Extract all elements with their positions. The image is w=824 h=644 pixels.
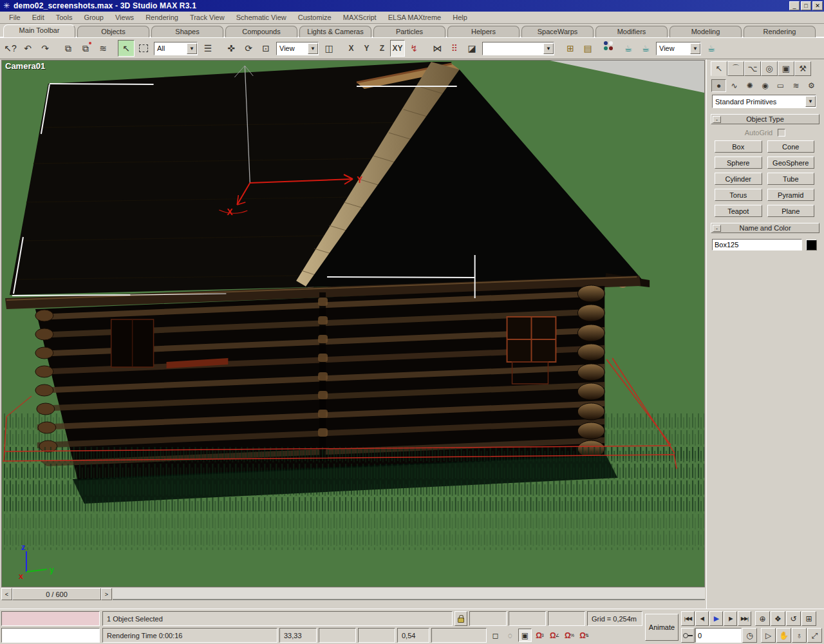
- chevron-down-icon[interactable]: ▼: [805, 96, 816, 107]
- tab-lights-cameras[interactable]: Lights & Cameras: [299, 26, 371, 37]
- menu-elsa-maxtreme[interactable]: ELSA MAXtreme: [382, 12, 447, 23]
- crossing-selection-icon[interactable]: ◻: [489, 629, 502, 642]
- orbit-camera-icon[interactable]: ♁: [792, 628, 807, 643]
- zoom-icon[interactable]: ⊕: [755, 611, 770, 626]
- render-type-combo[interactable]: View ▼: [656, 42, 701, 55]
- next-frame-button[interactable]: |▶: [724, 611, 737, 626]
- time-slider-thumb[interactable]: 0 / 600: [12, 588, 101, 600]
- named-selection-sets-combo[interactable]: ▼: [482, 42, 554, 55]
- go-to-start-button[interactable]: |◀◀: [681, 611, 695, 626]
- camera-viewport[interactable]: Y X: [1, 60, 705, 587]
- arc-rotate-icon[interactable]: ↺: [786, 611, 801, 626]
- time-slider-track[interactable]: [113, 588, 705, 600]
- menu-help[interactable]: Help: [447, 12, 473, 23]
- select-and-link-icon[interactable]: ⧉: [60, 40, 77, 57]
- create-tab[interactable]: ↖: [711, 61, 727, 76]
- menu-maxscript[interactable]: MAXScript: [337, 12, 382, 23]
- tab-helpers[interactable]: Helpers: [447, 26, 520, 37]
- listener-input-field[interactable]: [1, 628, 100, 643]
- menu-customize[interactable]: Customize: [292, 12, 337, 23]
- shapes-category-icon[interactable]: ∿: [727, 79, 742, 92]
- percent-snap-icon[interactable]: Ω%: [563, 629, 576, 642]
- quick-render-icon[interactable]: ☕: [637, 40, 654, 57]
- listener-macro-field[interactable]: [1, 611, 100, 626]
- array-icon[interactable]: ⠿: [446, 40, 463, 57]
- key-mode-button[interactable]: [681, 628, 695, 643]
- close-button[interactable]: ✕: [812, 1, 823, 10]
- tab-main-toolbar[interactable]: Main Toolbar: [3, 24, 75, 37]
- chevron-down-icon[interactable]: ▼: [690, 43, 700, 54]
- viewport-label[interactable]: Camera01: [5, 61, 45, 71]
- tab-compounds[interactable]: Compounds: [225, 26, 297, 37]
- coordinate-x-field[interactable]: 33,33: [279, 628, 317, 643]
- minimize-button[interactable]: _: [789, 1, 800, 10]
- tube-button[interactable]: Tube: [767, 173, 815, 185]
- pyramid-button[interactable]: Pyramid: [767, 189, 815, 201]
- torus-button[interactable]: Torus: [715, 189, 762, 201]
- undo-icon[interactable]: ↶: [19, 40, 36, 57]
- angle-snap-icon[interactable]: Ω∠: [548, 629, 561, 642]
- snapshot-icon[interactable]: ◪: [464, 40, 480, 57]
- tab-rendering[interactable]: Rendering: [744, 26, 816, 37]
- hierarchy-tab[interactable]: ⌥: [744, 61, 761, 76]
- cameras-category-icon[interactable]: ◉: [758, 79, 772, 92]
- menu-group[interactable]: Group: [78, 12, 109, 23]
- render-scene-icon[interactable]: ☕: [620, 40, 637, 57]
- zoom-extents-all-icon[interactable]: ❖: [771, 611, 785, 626]
- unlink-selection-icon[interactable]: ⧉: [77, 40, 94, 57]
- utilities-tab[interactable]: ⚒: [794, 61, 811, 76]
- cone-button[interactable]: Cone: [767, 140, 815, 153]
- object-color-swatch[interactable]: [806, 240, 817, 251]
- time-next-button[interactable]: >: [101, 588, 112, 600]
- helpers-category-icon[interactable]: ▭: [773, 79, 788, 92]
- collapse-icon[interactable]: -: [713, 225, 721, 232]
- select-and-move-icon[interactable]: ✜: [223, 40, 239, 57]
- menu-edit[interactable]: Edit: [26, 12, 50, 23]
- material-editor-icon[interactable]: [603, 40, 619, 57]
- chevron-down-icon[interactable]: ▼: [308, 43, 318, 54]
- menu-views[interactable]: Views: [109, 12, 140, 23]
- geometry-category-icon[interactable]: ●: [711, 79, 726, 92]
- play-button[interactable]: ▶: [709, 611, 723, 626]
- coordinate-z-field[interactable]: [358, 628, 395, 643]
- motion-tab[interactable]: ◎: [761, 61, 778, 76]
- snap-toggle-icon[interactable]: Ω3: [533, 629, 547, 642]
- geosphere-button[interactable]: GeoSphere: [767, 156, 815, 169]
- reference-coordinate-combo[interactable]: View ▼: [276, 42, 319, 55]
- mirror-icon[interactable]: ⋈: [429, 40, 445, 57]
- zoom-extents-icon[interactable]: ▷: [761, 628, 776, 643]
- time-configuration-button[interactable]: ◷: [742, 628, 757, 643]
- systems-category-icon[interactable]: ⚙: [804, 79, 819, 92]
- go-to-end-button[interactable]: ▶▶|: [738, 611, 751, 626]
- menu-rendering[interactable]: Rendering: [140, 12, 184, 23]
- tab-spacewarps[interactable]: SpaceWarps: [521, 26, 594, 37]
- sphere-button[interactable]: Sphere: [715, 156, 762, 169]
- lights-category-icon[interactable]: ✺: [742, 79, 757, 92]
- menu-schematic-view[interactable]: Schematic View: [230, 12, 292, 23]
- tab-particles[interactable]: Particles: [373, 26, 445, 37]
- tab-modeling[interactable]: Modeling: [670, 26, 742, 37]
- spinner-snap-icon[interactable]: Ω⇅: [577, 629, 591, 642]
- region-zoom-icon[interactable]: ⊞: [801, 611, 816, 626]
- selection-filter-combo[interactable]: All ▼: [154, 42, 198, 55]
- minmax-toggle-icon[interactable]: ⤢: [807, 628, 822, 643]
- select-by-name-icon[interactable]: ☰: [200, 40, 216, 57]
- spacewarps-category-icon[interactable]: ≋: [789, 79, 803, 92]
- category-dropdown[interactable]: Standard Primitives ▼: [712, 95, 816, 108]
- help-mode-icon[interactable]: ↖?: [2, 40, 19, 57]
- restrict-y-button[interactable]: Y: [359, 40, 374, 57]
- select-object-icon[interactable]: ↖: [118, 40, 135, 57]
- plane-button[interactable]: Plane: [767, 205, 815, 217]
- name-color-rollout-header[interactable]: - Name and Color: [711, 223, 819, 233]
- teapot-button[interactable]: Teapot: [715, 205, 762, 217]
- modify-tab[interactable]: ⌒: [727, 61, 744, 76]
- chevron-down-icon[interactable]: ▼: [543, 43, 554, 54]
- restrict-xy-button[interactable]: XY: [390, 40, 405, 57]
- box-button[interactable]: Box: [715, 140, 762, 153]
- menu-tools[interactable]: Tools: [50, 12, 79, 23]
- degradation-override-icon[interactable]: ▣: [518, 629, 532, 642]
- menu-track-view[interactable]: Track View: [184, 12, 230, 23]
- maximize-button[interactable]: □: [801, 1, 811, 10]
- menu-file[interactable]: File: [3, 12, 26, 23]
- pan-icon[interactable]: ✋: [776, 628, 791, 643]
